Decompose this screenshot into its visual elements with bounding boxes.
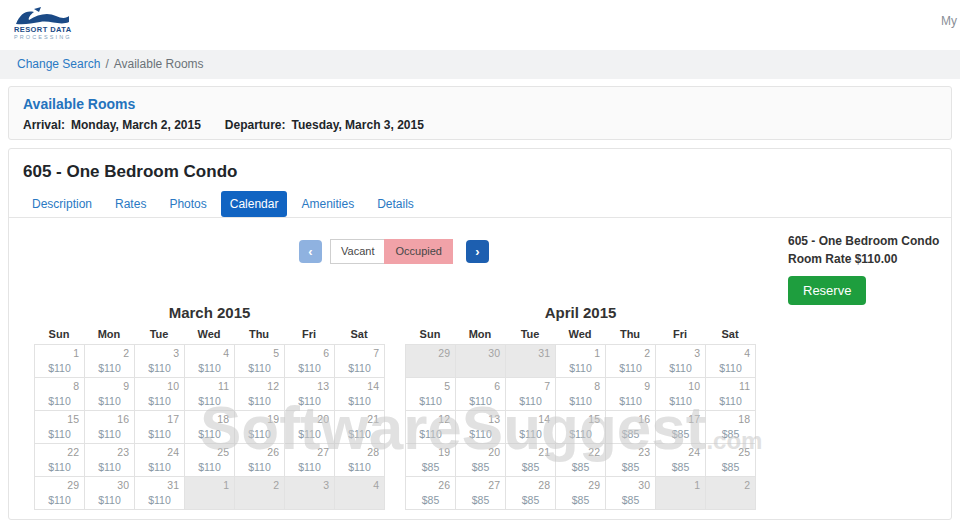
tab-calendar[interactable]: Calendar	[221, 191, 288, 217]
breadcrumb-change-search-link[interactable]: Change Search	[17, 57, 100, 71]
day-number: 2	[711, 480, 750, 491]
calendar-day-cell[interactable]: 23$85	[606, 444, 656, 477]
calendar-day-cell[interactable]: 24$110	[135, 444, 185, 477]
prev-month-button[interactable]: ‹	[299, 240, 322, 263]
calendar-day-cell[interactable]: 3$110	[135, 345, 185, 378]
day-number: 25	[711, 447, 750, 458]
calendar-day-cell[interactable]: 16$110	[85, 411, 135, 444]
calendar-day-cell[interactable]: 25$85	[706, 444, 756, 477]
top-header-bar: RESORT DATA PROCESSING My	[0, 0, 960, 50]
calendar-day-cell[interactable]: 24$85	[656, 444, 706, 477]
day-header: Thu	[234, 326, 284, 344]
calendar-day-cell[interactable]: 22$85	[556, 444, 606, 477]
calendar-day-cell[interactable]: 30$110	[85, 477, 135, 510]
calendar-day-cell[interactable]: 31$110	[135, 477, 185, 510]
calendar-day-cell[interactable]: 6$110	[285, 345, 335, 378]
day-number: 11	[190, 381, 229, 392]
day-number: 17	[140, 414, 179, 425]
calendar-day-cell[interactable]: 19$85	[406, 444, 456, 477]
resort-data-processing-logo[interactable]: RESORT DATA PROCESSING	[14, 6, 76, 41]
calendar-day-cell[interactable]: 15$110	[556, 411, 606, 444]
calendar-day-cell[interactable]: 8$110	[556, 378, 606, 411]
day-number: 7	[511, 381, 550, 392]
calendar-day-cell[interactable]: 28$110	[335, 444, 385, 477]
calendar-day-cell[interactable]: 2$110	[606, 345, 656, 378]
calendar-day-cell[interactable]: 11$110	[706, 378, 756, 411]
day-number: 3	[290, 480, 329, 491]
calendar-day-cell[interactable]: 7$110	[506, 378, 556, 411]
calendar-day-cell[interactable]: 3$110	[656, 345, 706, 378]
calendar-day-cell[interactable]: 21$85	[506, 444, 556, 477]
calendar-day-cell[interactable]: 29$110	[35, 477, 85, 510]
tab-details[interactable]: Details	[368, 191, 423, 217]
day-rate: $110	[611, 395, 650, 407]
day-rate: $85	[561, 494, 600, 506]
day-rate: $110	[240, 461, 279, 473]
calendar-day-cell[interactable]: 26$85	[406, 477, 456, 510]
calendar-day-cell[interactable]: 27$110	[285, 444, 335, 477]
reserve-button[interactable]: Reserve	[788, 276, 866, 305]
calendar-day-cell[interactable]: 25$110	[185, 444, 235, 477]
calendar-day-cell[interactable]: 13$110	[456, 411, 506, 444]
calendar-day-cell[interactable]: 13$110	[285, 378, 335, 411]
calendar-day-cell[interactable]: 15$110	[35, 411, 85, 444]
calendar-day-cell[interactable]: 4$110	[185, 345, 235, 378]
tab-amenities[interactable]: Amenities	[292, 191, 363, 217]
calendar-day-cell[interactable]: 17$85	[656, 411, 706, 444]
calendar-day-cell[interactable]: 19$110	[235, 411, 285, 444]
calendar-day-cell[interactable]: 2$110	[85, 345, 135, 378]
day-number: 20	[461, 447, 500, 458]
calendar-day-cell[interactable]: 20$85	[456, 444, 506, 477]
day-rate: $85	[411, 494, 450, 506]
day-number: 29	[561, 480, 600, 491]
calendar-day-cell[interactable]: 17$110	[135, 411, 185, 444]
calendar-day-cell[interactable]: 8$110	[35, 378, 85, 411]
calendar-day-cell[interactable]: 30$85	[606, 477, 656, 510]
calendar-day-cell[interactable]: 10$110	[135, 378, 185, 411]
calendar-day-cell[interactable]: 14$110	[506, 411, 556, 444]
day-number: 10	[661, 381, 700, 392]
calendar-day-cell[interactable]: 9$110	[606, 378, 656, 411]
day-number: 31	[511, 348, 550, 359]
calendar-day-cell[interactable]: 4$110	[706, 345, 756, 378]
day-number: 5	[240, 348, 279, 359]
calendar-day-cell[interactable]: 14$110	[335, 378, 385, 411]
calendar-day-cell[interactable]: 27$85	[456, 477, 506, 510]
day-header: Fri	[284, 326, 334, 344]
day-number: 14	[511, 414, 550, 425]
side-panel-room-name: 605 - One Bedroom Condo	[788, 233, 958, 249]
calendar-day-cell-other-month: 4	[335, 477, 385, 510]
day-rate: $110	[90, 395, 129, 407]
calendar-day-cell[interactable]: 26$110	[235, 444, 285, 477]
day-number: 4	[340, 480, 379, 491]
day-number: 20	[290, 414, 329, 425]
day-rate: $110	[340, 461, 379, 473]
page: RESORT DATA PROCESSING My Change Search/…	[0, 0, 960, 527]
calendar-day-cell[interactable]: 22$110	[35, 444, 85, 477]
calendar-day-cell[interactable]: 12$110	[235, 378, 285, 411]
calendar-day-cell[interactable]: 11$110	[185, 378, 235, 411]
next-month-button[interactable]: ›	[466, 240, 489, 263]
calendar-day-cell[interactable]: 7$110	[335, 345, 385, 378]
calendar-day-cell[interactable]: 9$110	[85, 378, 135, 411]
calendar-day-cell[interactable]: 23$110	[85, 444, 135, 477]
calendar-day-cell[interactable]: 5$110	[235, 345, 285, 378]
tab-photos[interactable]: Photos	[160, 191, 215, 217]
calendar-day-cell[interactable]: 10$110	[656, 378, 706, 411]
calendar-day-cell[interactable]: 5$110	[406, 378, 456, 411]
calendar-day-cell[interactable]: 21$110	[335, 411, 385, 444]
calendar-day-cell[interactable]: 1$110	[556, 345, 606, 378]
my-account-link[interactable]: My	[941, 14, 957, 28]
calendar-day-cell[interactable]: 18$110	[185, 411, 235, 444]
calendar-day-cell[interactable]: 1$110	[35, 345, 85, 378]
tab-rates[interactable]: Rates	[106, 191, 155, 217]
calendar-day-cell[interactable]: 18$85	[706, 411, 756, 444]
calendar-day-cell[interactable]: 28$85	[506, 477, 556, 510]
calendar-day-cell[interactable]: 29$85	[556, 477, 606, 510]
day-number: 1	[661, 480, 700, 491]
calendar-day-cell[interactable]: 16$85	[606, 411, 656, 444]
calendar-day-cell[interactable]: 12$110	[406, 411, 456, 444]
calendar-day-cell[interactable]: 20$110	[285, 411, 335, 444]
tab-description[interactable]: Description	[23, 191, 101, 217]
calendar-day-cell[interactable]: 6$110	[456, 378, 506, 411]
